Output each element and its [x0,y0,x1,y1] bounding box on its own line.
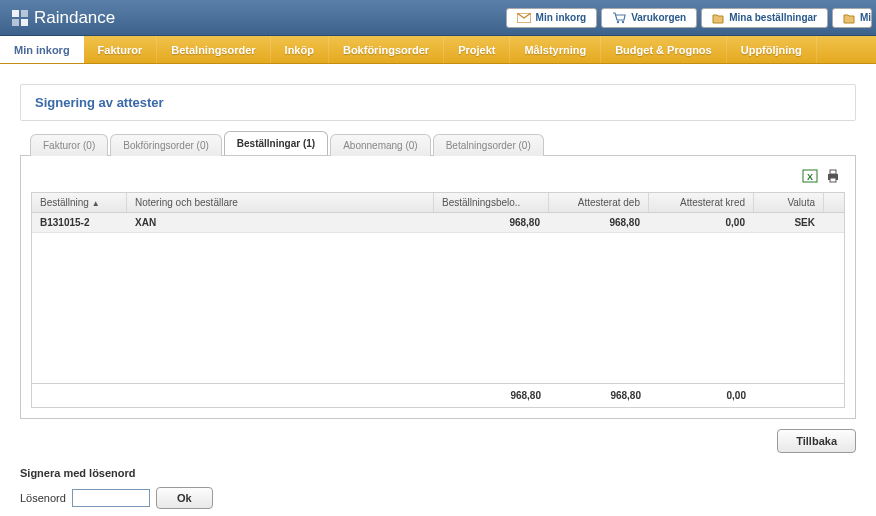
nav-inkop[interactable]: Inköp [271,36,329,63]
tab-strip: Fakturor (0) Bokföringsorder (0) Beställ… [30,131,856,155]
col-notering[interactable]: Notering och beställare [127,193,434,212]
cell-kred: 0,00 [649,213,754,232]
col-deb[interactable]: Attesterat deb [549,193,649,212]
grid-footer-row: 968,80 968,80 0,00 [32,383,844,407]
svg-rect-10 [830,170,836,174]
toplink-label: Min inkorg [536,12,587,23]
svg-rect-2 [12,19,19,26]
cell-bestallning: B131015-2 [32,213,127,232]
grid-body: B131015-2 XAN 968,80 968,80 0,00 SEK [32,213,844,383]
app-logo: Raindance [0,8,115,28]
password-label: Lösenord [20,492,66,504]
folder-icon [843,12,855,24]
ok-button[interactable]: Ok [156,487,213,509]
toplink-cut[interactable]: Mi [832,8,872,28]
cart-icon [612,12,626,24]
toplink-mina-bestallningar[interactable]: Mina beställningar [701,8,828,28]
svg-rect-0 [12,10,19,17]
orders-grid: Beställning ▲ Notering och beställare Be… [31,192,845,408]
tab-bokforingsorder[interactable]: Bokföringsorder (0) [110,134,222,156]
col-valuta[interactable]: Valuta [754,193,824,212]
total-kred: 0,00 [649,384,754,407]
top-links: Min inkorg Varukorgen Mina beställningar… [506,8,876,28]
svg-text:X: X [807,172,813,182]
cell-deb: 968,80 [549,213,649,232]
grid-toolbar: X [31,166,845,192]
top-bar: Raindance Min inkorg Varukorgen Mina bes… [0,0,876,36]
svg-rect-1 [21,10,28,17]
nav-bokforingsorder[interactable]: Bokföringsorder [329,36,444,63]
toplink-label: Varukorgen [631,12,686,23]
col-belopp[interactable]: Beställningsbelo.. [434,193,549,212]
nav-projekt[interactable]: Projekt [444,36,510,63]
sort-asc-icon: ▲ [92,199,100,208]
toplink-label: Mina beställningar [729,12,817,23]
inbox-icon [517,13,531,23]
tab-fakturor[interactable]: Fakturor (0) [30,134,108,156]
nav-betalningsorder[interactable]: Betalningsorder [157,36,270,63]
grid-panel: X Beställning ▲ Notering och beställare … [20,155,856,419]
nav-budget-prognos[interactable]: Budget & Prognos [601,36,727,63]
nav-uppfoljning[interactable]: Uppföljning [727,36,817,63]
excel-export-icon[interactable]: X [802,174,821,186]
back-button[interactable]: Tillbaka [777,429,856,453]
toplink-varukorgen[interactable]: Varukorgen [601,8,697,28]
total-deb: 968,80 [549,384,649,407]
total-belopp: 968,80 [434,384,549,407]
panel-actions: Tillbaka [20,429,856,453]
col-end [824,193,844,212]
tab-betalningsorder[interactable]: Betalningsorder (0) [433,134,544,156]
main-nav: Min inkorg Fakturor Betalningsorder Inkö… [0,36,876,64]
raindance-icon [10,8,30,28]
folder-icon [712,12,724,24]
table-row[interactable]: B131015-2 XAN 968,80 968,80 0,00 SEK [32,213,844,233]
tab-bestallningar[interactable]: Beställningar (1) [224,131,328,155]
cell-belopp: 968,80 [434,213,549,232]
page-content: Signering av attester Fakturor (0) Bokfö… [0,64,876,516]
toplink-label: Mi [860,12,871,23]
password-input[interactable] [72,489,150,507]
cell-valuta: SEK [754,213,824,232]
svg-point-5 [617,20,619,22]
col-bestallning[interactable]: Beställning ▲ [32,193,127,212]
signer-row: Lösenord Ok [20,487,856,509]
svg-rect-11 [830,178,836,182]
svg-rect-3 [21,19,28,26]
tab-abonnemang[interactable]: Abonnemang (0) [330,134,431,156]
cell-notering: XAN [127,213,434,232]
nav-malstyrning[interactable]: Målstyrning [510,36,601,63]
svg-point-6 [622,20,624,22]
page-title: Signering av attester [35,95,841,110]
app-name: Raindance [34,8,115,28]
print-icon[interactable] [825,174,841,186]
signer-title: Signera med lösenord [20,467,856,479]
page-title-box: Signering av attester [20,84,856,121]
nav-fakturor[interactable]: Fakturor [84,36,158,63]
col-kred[interactable]: Attesterat kred [649,193,754,212]
grid-header-row: Beställning ▲ Notering och beställare Be… [32,193,844,213]
nav-min-inkorg[interactable]: Min inkorg [0,36,84,63]
toplink-min-inkorg[interactable]: Min inkorg [506,8,598,28]
